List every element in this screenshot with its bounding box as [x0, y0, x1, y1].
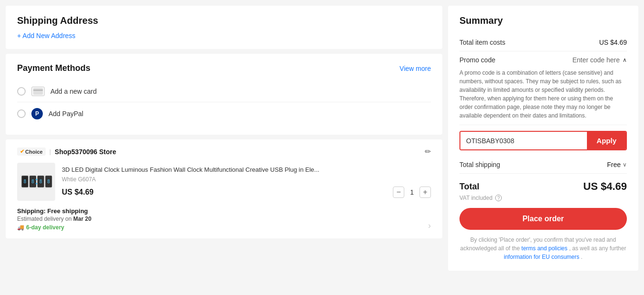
- view-more-link[interactable]: View more: [400, 65, 431, 72]
- arrow-right-icon[interactable]: ›: [428, 221, 431, 231]
- choice-check-icon: ✔: [20, 148, 24, 155]
- paypal-label: Add PayPal: [49, 110, 83, 118]
- product-row: 8 8 8 8 3D LED Digital Clock Luminous Fa…: [17, 163, 431, 201]
- edit-icon[interactable]: ✏: [425, 147, 431, 156]
- quantity-control: − 1 +: [393, 187, 431, 198]
- vat-info-icon[interactable]: ?: [495, 195, 502, 201]
- promo-label: Promo code: [459, 56, 495, 64]
- qty-decrease-button[interactable]: −: [393, 187, 404, 198]
- promo-input-row: Apply: [459, 131, 627, 150]
- shipping-free-value: Free: [607, 161, 621, 168]
- svg-point-13: [36, 183, 38, 185]
- vat-row: VAT included ?: [459, 195, 627, 201]
- promo-toggle[interactable]: Enter code here ∧: [572, 56, 627, 64]
- promo-placeholder-text: Enter code here: [572, 56, 620, 64]
- total-label: Total: [459, 182, 479, 192]
- payment-title: Payment Methods: [17, 63, 90, 73]
- total-shipping-label: Total shipping: [459, 161, 500, 168]
- delivery-badge-text: 6-day delivery: [26, 224, 64, 231]
- chevron-up-icon: ∧: [623, 57, 627, 63]
- svg-rect-1: [33, 89, 43, 91]
- card-icon: [31, 87, 45, 96]
- store-header: ✔ Choice | Shop5370096 Store ✏: [17, 147, 431, 156]
- paypal-icon: P: [31, 108, 43, 119]
- vat-text: VAT included: [459, 195, 492, 201]
- estimated-delivery: Estimated delivery on Mar 20: [17, 216, 91, 222]
- item-costs-label: Total item costs: [459, 39, 505, 46]
- choice-text: Choice: [25, 149, 43, 155]
- summary-panel: Summary Total item costs US $4.69 Promo …: [448, 6, 638, 271]
- card-payment-option: Add a new card: [17, 81, 431, 102]
- svg-rect-0: [33, 88, 43, 95]
- terms-end: .: [581, 254, 582, 260]
- svg-text:8: 8: [39, 179, 42, 184]
- promo-row: Promo code Enter code here ∧: [459, 51, 627, 69]
- svg-text:8: 8: [47, 179, 50, 184]
- truck-icon: 🚚: [17, 224, 24, 231]
- product-name: 3D LED Digital Clock Luminous Fashion Wa…: [62, 166, 431, 174]
- paypal-payment-option: P Add PayPal: [17, 102, 431, 125]
- total-value: US $4.69: [583, 180, 627, 193]
- total-shipping-row: Total shipping Free ∨: [459, 156, 627, 174]
- product-price-row: US $4.69 − 1 +: [62, 187, 431, 198]
- svg-point-12: [36, 178, 38, 180]
- estimated-date: Mar 20: [73, 216, 91, 222]
- svg-text:8: 8: [23, 179, 26, 184]
- shipping-title: Shipping Address: [17, 15, 431, 26]
- shipping-free-label: Shipping: Free shipping: [17, 207, 91, 215]
- product-variant: Whtie G607A: [62, 176, 431, 183]
- card-radio[interactable]: [17, 87, 26, 96]
- qty-increase-button[interactable]: +: [420, 187, 431, 198]
- card-label: Add a new card: [50, 88, 97, 95]
- promo-description: A promo code is a combination of letters…: [459, 69, 627, 125]
- badge-separator: |: [49, 148, 51, 155]
- shipping-free-text: Shipping: Free shipping: [17, 207, 88, 215]
- shipping-text-block: Shipping: Free shipping Estimated delive…: [17, 207, 91, 231]
- store-name: Shop5370096 Store: [55, 148, 116, 156]
- item-costs-row: Total item costs US $4.69: [459, 34, 627, 51]
- terms-link[interactable]: terms and policies: [521, 245, 567, 252]
- payment-methods-card: Payment Methods View more Add a new card…: [6, 54, 442, 135]
- quantity-value: 1: [410, 188, 414, 196]
- item-costs-value: US $4.69: [599, 39, 627, 46]
- promo-code-input[interactable]: [460, 132, 587, 149]
- apply-button[interactable]: Apply: [587, 132, 626, 149]
- shipping-address-card: Shipping Address + Add New Address: [6, 6, 442, 49]
- terms-text: By clicking 'Place order', you confirm t…: [459, 236, 627, 261]
- store-card: ✔ Choice | Shop5370096 Store ✏ 8 8: [6, 139, 442, 238]
- product-image: 8 8 8 8: [17, 163, 55, 201]
- delivery-badge: 🚚 6-day delivery: [17, 224, 64, 231]
- payment-header: Payment Methods View more: [17, 63, 431, 73]
- eu-consumers-link[interactable]: information for EU consumers: [504, 254, 579, 260]
- summary-title: Summary: [459, 15, 627, 26]
- choice-badge: ✔ Choice: [17, 148, 46, 156]
- shipping-free-right: Free ∨: [607, 161, 627, 168]
- product-price: US $4.69: [62, 188, 94, 197]
- shipping-chevron-icon: ∨: [623, 161, 627, 168]
- product-info: 3D LED Digital Clock Luminous Fashion Wa…: [62, 166, 431, 198]
- place-order-button[interactable]: Place order: [459, 208, 627, 230]
- paypal-radio[interactable]: [17, 109, 26, 118]
- total-row: Total US $4.69: [459, 174, 627, 195]
- terms-middle: , as well as any further: [569, 245, 626, 252]
- add-address-link[interactable]: + Add New Address: [17, 32, 431, 39]
- svg-text:8: 8: [31, 179, 34, 184]
- estimated-label: Estimated delivery on: [17, 216, 72, 222]
- shipping-info: Shipping: Free shipping Estimated delive…: [17, 207, 431, 231]
- store-name-row: ✔ Choice | Shop5370096 Store: [17, 148, 116, 156]
